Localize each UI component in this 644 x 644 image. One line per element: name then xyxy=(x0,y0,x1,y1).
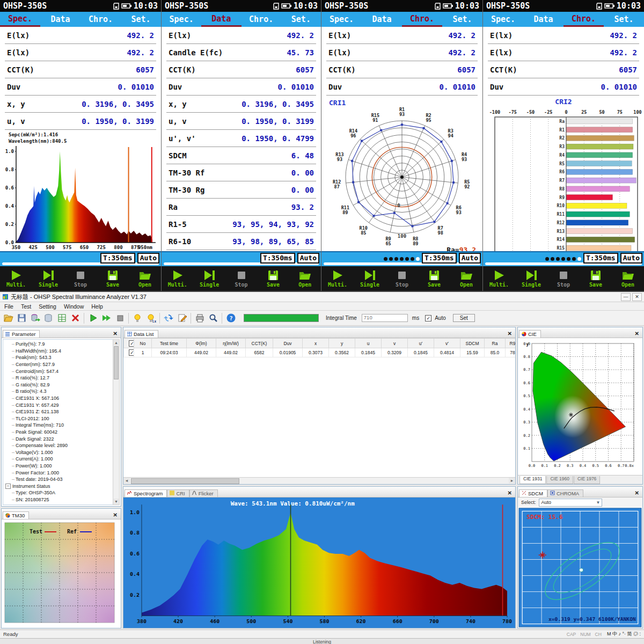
device-tab-chro[interactable]: Chro. xyxy=(241,12,281,27)
close-icon[interactable]: ✕ xyxy=(506,490,514,497)
device-tab-spec[interactable]: Spec. xyxy=(321,12,362,27)
tree-item[interactable]: –SN: 201808725 xyxy=(5,496,113,503)
parameter-scrollbar[interactable]: ▲ ▼ xyxy=(113,339,120,505)
multi-button[interactable]: Multi. xyxy=(162,266,193,291)
play-all-icon[interactable] xyxy=(100,312,112,324)
lamp-icon[interactable] xyxy=(131,312,143,324)
menu-help[interactable]: Help xyxy=(91,303,103,310)
close-icon[interactable]: ✕ xyxy=(111,512,120,519)
tree-item[interactable]: –Peak(nm): 543.3 xyxy=(5,354,113,361)
tree-item[interactable]: –Compensate level: 2890 xyxy=(5,442,113,449)
row-checkbox[interactable]: ✓ xyxy=(124,348,134,357)
save-button[interactable]: Save xyxy=(580,266,612,291)
minimize-button[interactable]: — xyxy=(621,293,631,301)
device-tab-data[interactable]: Data xyxy=(201,12,241,27)
tree-item[interactable]: –CIE1931 X: 567.106 xyxy=(5,395,113,402)
cie-tab-1933[interactable]: CIE 1976 xyxy=(574,476,600,484)
menu-setting[interactable]: Setting xyxy=(39,303,56,310)
tree-item[interactable]: –Purity(%): 7.9 xyxy=(5,341,113,348)
table-icon[interactable] xyxy=(56,312,68,324)
stop-icon[interactable] xyxy=(114,312,126,324)
scroll-up-icon[interactable]: ▲ xyxy=(113,340,119,346)
tree-item[interactable]: –Voltage(V): 1.000 xyxy=(5,449,113,456)
scroll-left-icon[interactable]: ◄ xyxy=(123,478,130,484)
device-tab-data[interactable]: Data xyxy=(523,12,564,27)
open-button[interactable]: Open xyxy=(129,266,161,291)
tree-item[interactable]: –Test date: 2019-04-03 xyxy=(5,476,113,483)
horizontal-scrollbar[interactable]: ◄► xyxy=(123,477,515,484)
open-button[interactable]: Open xyxy=(612,266,644,291)
tree-item[interactable]: –Dark Signal: 2322 xyxy=(5,435,113,442)
close-icon[interactable]: ✕ xyxy=(506,331,514,338)
tree-item[interactable]: –Power Factor: 1.000 xyxy=(5,469,113,476)
tree-item[interactable]: –Start Wave(nm): 380 xyxy=(5,503,113,505)
save-button[interactable]: Save xyxy=(418,266,450,291)
device-tab-chro[interactable]: Chro. xyxy=(80,12,121,27)
device-tab-data[interactable]: Data xyxy=(40,12,80,27)
auto-checkbox[interactable]: ✓ xyxy=(425,315,431,321)
tree-item[interactable]: –Current(A): 1.000 xyxy=(5,456,113,463)
single-button[interactable]: Single xyxy=(354,266,386,291)
tree-item[interactable]: –Centroid(nm): 547.4 xyxy=(5,368,113,375)
stop-button[interactable]: Stop xyxy=(64,266,97,291)
tree-item[interactable]: –B ratio(%): 4.3 xyxy=(5,388,113,395)
tab-data-list[interactable]: Data List xyxy=(125,330,158,338)
tree-item[interactable]: –HalfWidth(nm): 195.4 xyxy=(5,348,113,355)
tree-item[interactable]: –TLCI-2012: 100 xyxy=(5,415,113,422)
sdcm-mode-select[interactable]: Auto▼ xyxy=(539,499,602,507)
open-icon[interactable] xyxy=(2,312,14,324)
cie-tab-1932[interactable]: CIE 1960 xyxy=(546,476,573,484)
device-tab-chro[interactable]: Chro. xyxy=(564,12,604,27)
print-icon[interactable] xyxy=(194,312,206,324)
device-tab-set[interactable]: Set. xyxy=(121,12,161,27)
tree-item[interactable]: –Center(nm): 527.9 xyxy=(5,361,113,368)
menu-file[interactable]: File xyxy=(4,303,13,310)
tab-tm30[interactable]: TM30 xyxy=(3,511,29,519)
open-button[interactable]: Open xyxy=(289,266,321,291)
auto-mode-box[interactable]: Auto xyxy=(459,253,481,264)
tree-item[interactable]: –Peak Signal: 60042 xyxy=(5,429,113,436)
single-button[interactable]: Single xyxy=(32,266,64,291)
open-button[interactable]: Open xyxy=(450,266,482,291)
device-tab-set[interactable]: Set. xyxy=(442,12,482,27)
checkbox-icon[interactable]: ✓ xyxy=(129,349,134,356)
auto-mode-box[interactable]: Auto xyxy=(137,253,159,264)
save-icon[interactable] xyxy=(16,312,27,324)
multi-button[interactable]: Multi. xyxy=(483,266,515,291)
help-icon[interactable]: ? xyxy=(225,312,237,324)
close-icon[interactable]: ✕ xyxy=(633,490,641,497)
device-tab-set[interactable]: Set. xyxy=(604,12,644,27)
tree-item[interactable]: –Integral Time(ms): 710 xyxy=(5,422,113,429)
tab-chroma[interactable]: CHROMA xyxy=(547,489,583,497)
set-button[interactable]: Set xyxy=(453,314,475,322)
stop-button[interactable]: Stop xyxy=(225,266,257,291)
tree-item[interactable]: –CIE1931 Z: 621.138 xyxy=(5,408,113,415)
export-icon[interactable] xyxy=(29,312,41,324)
save-button[interactable]: Save xyxy=(257,266,289,291)
auto-mode-box[interactable]: Auto xyxy=(620,253,642,264)
close-icon[interactable]: ✕ xyxy=(633,331,641,338)
cie-tab-1931[interactable]: CIE 1931 xyxy=(519,476,546,484)
select-all-checkbox[interactable]: ✓ xyxy=(124,339,134,348)
tab-parameter[interactable]: Parameter xyxy=(3,330,40,338)
checkbox-icon[interactable]: ✓ xyxy=(129,340,134,347)
play-icon[interactable] xyxy=(87,312,99,324)
integration-time-box[interactable]: T:350ms xyxy=(583,253,618,264)
tree-item[interactable]: –Type: OHSP-350A xyxy=(5,489,113,496)
integration-time-box[interactable]: T:350ms xyxy=(422,253,457,264)
stop-button[interactable]: Stop xyxy=(386,266,418,291)
lamp-lx-icon[interactable]: lx xyxy=(145,312,157,324)
device-tab-spec[interactable]: Spec. xyxy=(483,12,523,27)
single-button[interactable]: Single xyxy=(193,266,225,291)
tree-node[interactable]: −Instrument Status xyxy=(5,482,113,489)
edit-icon[interactable] xyxy=(176,312,188,324)
close-button[interactable]: ✕ xyxy=(632,293,642,301)
tab-sdcm[interactable]: SDCM xyxy=(519,489,547,497)
tab-cie[interactable]: CIE xyxy=(519,330,541,338)
integration-time-box[interactable]: T:350ms xyxy=(100,253,135,264)
tab-spectrogram[interactable]: Spectrogram xyxy=(125,489,167,497)
tab-cri[interactable]: CRI xyxy=(167,489,189,497)
menu-window[interactable]: Window xyxy=(64,303,84,310)
scroll-down-icon[interactable]: ▼ xyxy=(113,499,119,504)
tree-item[interactable]: –Power(W): 1.000 xyxy=(5,463,113,470)
